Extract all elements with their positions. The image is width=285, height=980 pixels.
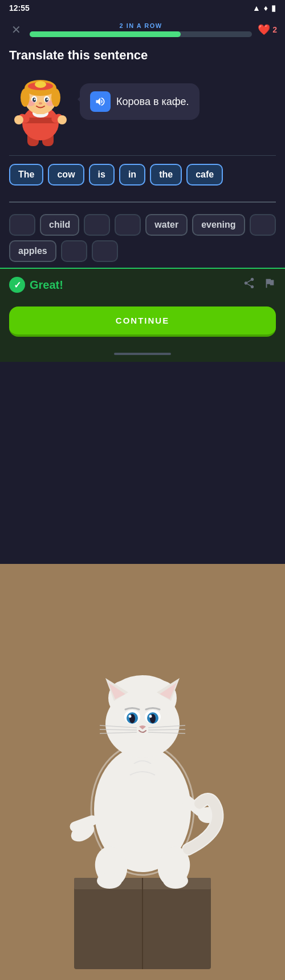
bank-word-apples[interactable]: apples [9, 240, 56, 262]
bank-word-empty-6[interactable] [92, 240, 118, 262]
translate-title: Translate this sentence [0, 42, 285, 66]
svg-line-53 [100, 729, 137, 730]
heart-icon: ❤️ [258, 23, 270, 36]
answer-word-in[interactable]: in [119, 164, 145, 185]
bank-word-empty-3[interactable] [115, 214, 141, 236]
great-text: Great! [30, 279, 63, 292]
progress-container: 2 IN A ROW [30, 22, 252, 37]
character-area: Корова в кафе. [0, 66, 285, 155]
bank-word-empty-2[interactable] [84, 214, 110, 236]
bank-word-child[interactable]: child [40, 214, 79, 236]
speaker-button[interactable] [90, 91, 111, 112]
vibrate-icon: ▲ [253, 3, 260, 13]
check-circle-icon: ✓ [9, 277, 25, 293]
word-bank: child water evening apples [0, 203, 285, 268]
svg-point-13 [35, 81, 46, 88]
svg-point-51 [149, 715, 152, 718]
answer-area: The cow is in the cafe [0, 156, 285, 196]
great-label: ✓ Great! [9, 277, 63, 293]
svg-point-8 [58, 115, 67, 124]
speech-bubble: Корова в кафе. [80, 83, 199, 120]
continue-button[interactable]: CONTINUE [9, 306, 276, 337]
answer-word-the1[interactable]: The [9, 164, 43, 185]
action-icons [243, 277, 276, 293]
share-icon[interactable] [243, 277, 255, 293]
character-svg [9, 72, 72, 149]
svg-point-7 [14, 115, 23, 124]
progress-bar-background [30, 31, 252, 37]
svg-point-32 [97, 873, 122, 889]
streak-label: 2 IN A ROW [30, 22, 252, 29]
svg-point-18 [34, 99, 36, 100]
meme-area: imgflip.com [0, 564, 285, 980]
duolingo-app: ✕ 2 IN A ROW ❤️ 2 Translate this sentenc… [0, 16, 285, 564]
answer-word-is[interactable]: is [89, 164, 115, 185]
svg-point-19 [47, 99, 48, 100]
progress-area: ✕ 2 IN A ROW ❤️ 2 [0, 16, 285, 42]
bank-word-evening[interactable]: evening [192, 214, 245, 236]
svg-point-23 [21, 88, 30, 107]
hearts-count: 2 [272, 25, 277, 34]
signal-icon: ♦ [264, 3, 268, 13]
home-bar [114, 353, 171, 355]
answer-word-cow[interactable]: cow [48, 164, 84, 185]
success-bar: ✓ Great! [0, 268, 285, 301]
bank-word-empty-4[interactable] [250, 214, 276, 236]
answer-words: The cow is in the cafe [9, 164, 276, 185]
svg-point-20 [39, 102, 42, 104]
meme-cat-svg [0, 564, 285, 980]
home-indicator [0, 348, 285, 362]
bank-word-empty-1[interactable] [9, 214, 35, 236]
character-figure [9, 72, 72, 146]
bank-word-empty-5[interactable] [61, 240, 87, 262]
bank-word-water[interactable]: water [145, 214, 188, 236]
answer-word-the2[interactable]: the [150, 164, 182, 185]
answer-word-cafe[interactable]: cafe [186, 164, 223, 185]
hearts-area: ❤️ 2 [258, 23, 277, 36]
time-display: 12:55 [9, 3, 30, 13]
speaker-icon [95, 96, 106, 107]
progress-bar-fill [30, 31, 181, 37]
status-icons: ▲ ♦ ▮ [253, 3, 276, 13]
status-bar: 12:55 ▲ ♦ ▮ [0, 0, 285, 16]
russian-text: Корова в кафе. [116, 96, 189, 108]
svg-line-56 [148, 729, 185, 730]
svg-point-36 [163, 873, 188, 889]
close-button[interactable]: ✕ [8, 22, 24, 38]
svg-point-50 [129, 715, 132, 718]
battery-icon: ▮ [271, 3, 276, 13]
flag-icon[interactable] [263, 277, 276, 293]
continue-area: CONTINUE [0, 301, 285, 348]
svg-point-24 [51, 88, 60, 107]
